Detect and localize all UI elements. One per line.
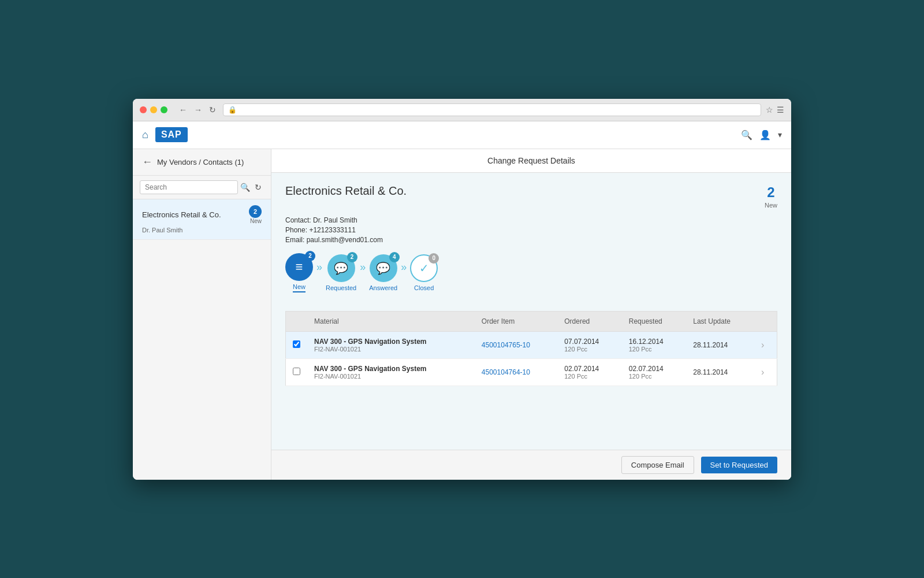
- search-box: 🔍 ↻: [133, 176, 271, 199]
- row1-checkbox-cell[interactable]: [286, 331, 308, 358]
- content-area: Change Request Details Electronics Retai…: [271, 149, 791, 480]
- row2-arrow-icon[interactable]: ›: [761, 367, 764, 377]
- col-requested: Requested: [622, 311, 687, 331]
- step-answered-label: Answered: [369, 284, 397, 291]
- materials-table: Material Order Item Ordered Requested La…: [285, 311, 777, 386]
- step-new[interactable]: ≡ 2 New: [285, 253, 313, 292]
- row2-last-update-date: 28.11.2014: [693, 368, 728, 376]
- step-closed-circle: ✓ 0: [410, 254, 438, 282]
- forward-nav-button[interactable]: →: [192, 104, 204, 116]
- step-answered[interactable]: 💬 4 Answered: [369, 254, 397, 291]
- row1-arrow[interactable]: ›: [754, 331, 777, 358]
- step-requested-count: 2: [347, 252, 357, 262]
- new-label: New: [765, 202, 777, 209]
- step-requested[interactable]: 💬 2 Requested: [326, 254, 356, 291]
- back-nav-button[interactable]: ←: [177, 104, 189, 116]
- col-arrow: [754, 311, 777, 331]
- vendor-badge-label: New: [249, 218, 262, 224]
- menu-button[interactable]: ☰: [777, 105, 784, 114]
- vendor-list-item[interactable]: Electronics Retail & Co. 2 New Dr. Paul …: [133, 199, 271, 240]
- row2-material-id: FI2-NAV-001021: [314, 373, 468, 380]
- step-closed-icon: ✓: [419, 261, 429, 275]
- table-body: NAV 300 - GPS Navigation System FI2-NAV-…: [286, 331, 777, 386]
- vendor-detail-header: Electronics Retail & Co. 2 New: [285, 184, 777, 209]
- bookmark-button[interactable]: ☆: [766, 105, 773, 114]
- row1-order-item[interactable]: 4500104765-10: [475, 331, 557, 358]
- row1-material: NAV 300 - GPS Navigation System FI2-NAV-…: [307, 331, 475, 358]
- step-closed[interactable]: ✓ 0 Closed: [410, 254, 438, 291]
- content-header: Change Request Details: [271, 149, 791, 173]
- phone-label: Phone:: [285, 226, 307, 234]
- row2-last-update: 28.11.2014: [686, 358, 754, 386]
- main-area: ← My Vendors / Contacts (1) 🔍 ↻ Electron…: [133, 149, 791, 480]
- traffic-lights: [140, 106, 167, 113]
- row1-ordered: 07.07.2014 120 Pcc: [557, 331, 622, 358]
- row2-order-item[interactable]: 4500104764-10: [475, 358, 557, 386]
- vendor-detail-title: Electronics Retail & Co.: [285, 184, 407, 198]
- sap-logo: SAP: [155, 127, 188, 142]
- search-icon-button[interactable]: 🔍: [741, 129, 752, 140]
- new-count: 2: [765, 184, 777, 201]
- top-nav: ⌂ SAP 🔍 👤 ▾: [133, 121, 791, 149]
- row1-arrow-icon[interactable]: ›: [761, 340, 764, 350]
- sidebar-header: ← My Vendors / Contacts (1): [133, 149, 271, 176]
- row2-material-name: NAV 300 - GPS Navigation System: [314, 365, 468, 373]
- step-new-label: New: [293, 283, 305, 292]
- row1-last-update-date: 28.11.2014: [693, 341, 728, 349]
- row2-requested: 02.07.2014 120 Pcc: [622, 358, 687, 386]
- arrow-icon-1: »: [316, 261, 322, 284]
- row2-order-link[interactable]: 4500104764-10: [482, 368, 530, 376]
- step-new-icon: ≡: [296, 260, 303, 275]
- vendor-item-header: Electronics Retail & Co. 2 New: [142, 205, 262, 224]
- col-ordered: Ordered: [557, 311, 622, 331]
- row2-ordered: 02.07.2014 120 Pcc: [557, 358, 622, 386]
- content-footer: Compose Email Set to Requested: [271, 450, 791, 480]
- close-button[interactable]: [140, 106, 147, 113]
- set-to-requested-button[interactable]: Set to Requested: [701, 457, 777, 473]
- address-bar[interactable]: 🔒: [223, 103, 761, 116]
- search-button[interactable]: 🔍: [238, 181, 252, 193]
- page-title: Change Request Details: [487, 156, 575, 165]
- browser-nav: ← → ↻: [177, 104, 218, 116]
- row2-arrow[interactable]: ›: [754, 358, 777, 386]
- compose-email-button[interactable]: Compose Email: [621, 456, 694, 474]
- row2-ordered-qty: 120 Pcc: [564, 373, 615, 380]
- row1-material-id: FI2-NAV-001021: [314, 346, 468, 353]
- vendor-name: Electronics Retail & Co.: [142, 210, 221, 219]
- sidebar: ← My Vendors / Contacts (1) 🔍 ↻ Electron…: [133, 149, 271, 480]
- row2-ordered-date: 02.07.2014: [564, 365, 615, 373]
- browser-window: ← → ↻ 🔒 ☆ ☰ ⌂ SAP 🔍 👤 ▾: [133, 99, 791, 480]
- top-nav-icons: 🔍 👤 ▾: [741, 129, 782, 140]
- dropdown-arrow-icon[interactable]: ▾: [778, 130, 782, 139]
- row1-ordered-date: 07.07.2014: [564, 338, 615, 346]
- row2-checkbox-cell[interactable]: [286, 358, 308, 386]
- step-answered-icon: 💬: [376, 261, 390, 275]
- row1-order-link[interactable]: 4500104765-10: [482, 341, 530, 349]
- user-profile-button[interactable]: 👤: [759, 129, 771, 140]
- row2-checkbox[interactable]: [293, 368, 300, 375]
- vendor-contact: Dr. Paul Smith: [142, 227, 262, 234]
- row2-requested-date: 02.07.2014: [629, 365, 680, 373]
- home-button[interactable]: ⌂: [142, 129, 148, 141]
- refresh-button[interactable]: ↻: [252, 181, 264, 193]
- email-value: paul.smith@vend01.com: [307, 236, 383, 244]
- sidebar-back-button[interactable]: ←: [142, 156, 152, 168]
- row1-checkbox[interactable]: [293, 340, 300, 348]
- step-answered-count: 4: [389, 252, 400, 262]
- browser-chrome: ← → ↻ 🔒 ☆ ☰: [133, 99, 791, 121]
- contact-info: Contact: Dr. Paul Smith: [285, 216, 777, 224]
- process-steps: ≡ 2 New » 💬 2 Requested: [285, 253, 777, 299]
- phone-value: +12123333111: [309, 226, 355, 234]
- row1-requested: 16.12.2014 120 Pcc: [622, 331, 687, 358]
- sidebar-title: My Vendors / Contacts (1): [157, 158, 244, 166]
- search-input[interactable]: [140, 180, 238, 194]
- reload-nav-button[interactable]: ↻: [207, 104, 218, 116]
- minimize-button[interactable]: [150, 106, 157, 113]
- contact-label: Contact:: [285, 216, 311, 224]
- maximize-button[interactable]: [161, 106, 167, 113]
- step-requested-icon: 💬: [334, 261, 348, 275]
- vendor-info: Contact: Dr. Paul Smith Phone: +12123333…: [285, 216, 777, 244]
- arrow-icon-2: »: [360, 261, 366, 284]
- content-body: Electronics Retail & Co. 2 New Contact: …: [271, 173, 791, 450]
- step-requested-label: Requested: [326, 284, 356, 291]
